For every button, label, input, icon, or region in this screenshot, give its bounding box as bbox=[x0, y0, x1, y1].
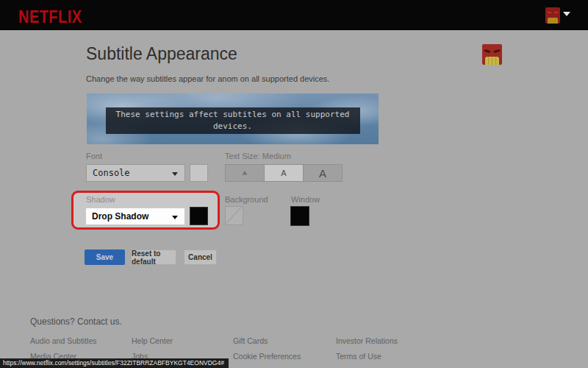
font-color-swatch[interactable] bbox=[190, 164, 208, 182]
footer-link-audio-and-subtitles[interactable]: Audio and Subtitles bbox=[30, 336, 126, 352]
cancel-button[interactable]: Cancel bbox=[184, 250, 217, 265]
avatar-mouth-icon bbox=[485, 57, 499, 65]
subtitle-caption-box: These settings affect subtitles on all s… bbox=[106, 107, 360, 134]
window-color-swatch[interactable] bbox=[290, 206, 309, 226]
chevron-down-icon bbox=[172, 216, 178, 219]
chevron-down-icon bbox=[172, 172, 178, 176]
background-color-swatch[interactable] bbox=[225, 206, 243, 225]
font-dropdown[interactable]: Console bbox=[86, 164, 185, 182]
avatar-eye-icon bbox=[484, 49, 491, 53]
font-label: Font bbox=[86, 152, 102, 160]
shadow-dropdown-value: Drop Shadow bbox=[92, 211, 148, 222]
shadow-color-swatch[interactable] bbox=[190, 207, 208, 225]
footer-column: Gift Cards Cookie Preferences bbox=[233, 336, 329, 367]
subtitle-appearance-page: NETFLIX Subtitle Appearance Change the w… bbox=[0, 0, 588, 368]
profile-avatar-icon[interactable] bbox=[545, 7, 560, 24]
page-title: Subtitle Appearance bbox=[86, 44, 237, 64]
avatar-eye-icon bbox=[554, 11, 558, 13]
shadow-label: Shadow bbox=[86, 195, 115, 204]
background-label: Background bbox=[225, 195, 268, 204]
text-size-large-button[interactable]: A bbox=[304, 164, 343, 182]
avatar-eye-icon bbox=[548, 11, 551, 13]
none-diagonal-icon bbox=[225, 206, 243, 224]
footer-link-terms-of-use[interactable]: Terms of Use bbox=[336, 352, 431, 367]
text-size-medium-button[interactable]: A bbox=[265, 164, 304, 182]
netflix-logo[interactable]: NETFLIX bbox=[18, 7, 82, 27]
top-navbar: NETFLIX bbox=[0, 0, 588, 30]
avatar-eye-icon bbox=[494, 49, 501, 53]
reset-to-default-button[interactable]: Reset to default bbox=[131, 250, 176, 265]
text-size-button-group: A A A bbox=[225, 164, 343, 182]
footer-column: Investor Relations Terms of Use bbox=[336, 336, 431, 367]
page-description: Change the way subtitles appear for anom… bbox=[86, 74, 329, 83]
footer-link-investor-relations[interactable]: Investor Relations bbox=[336, 336, 431, 352]
font-dropdown-value: Console bbox=[93, 168, 130, 178]
avatar-mouth-icon bbox=[548, 18, 558, 24]
profile-avatar-large bbox=[482, 44, 502, 65]
footer-link-help-center[interactable]: Help Center bbox=[132, 336, 227, 352]
footer-link-cookie-preferences[interactable]: Cookie Preferences bbox=[233, 352, 329, 367]
browser-status-url: https://www.netflix.com/settings/subtitl… bbox=[0, 358, 229, 368]
text-size-small-button[interactable]: A bbox=[225, 164, 265, 182]
footer-link-gift-cards[interactable]: Gift Cards bbox=[233, 336, 329, 352]
window-label: Window bbox=[291, 195, 320, 204]
subtitle-preview-image: These settings affect subtitles on all s… bbox=[87, 93, 379, 144]
text-size-label: Text Size: Medium bbox=[225, 152, 291, 160]
shadow-dropdown[interactable]: Drop Shadow bbox=[85, 208, 185, 225]
save-button[interactable]: Save bbox=[85, 250, 125, 265]
chevron-down-icon[interactable] bbox=[563, 12, 570, 16]
subtitle-caption-text: These settings affect subtitles on all s… bbox=[109, 109, 357, 132]
footer-contact-text: Questions? Contact us. bbox=[30, 316, 122, 327]
